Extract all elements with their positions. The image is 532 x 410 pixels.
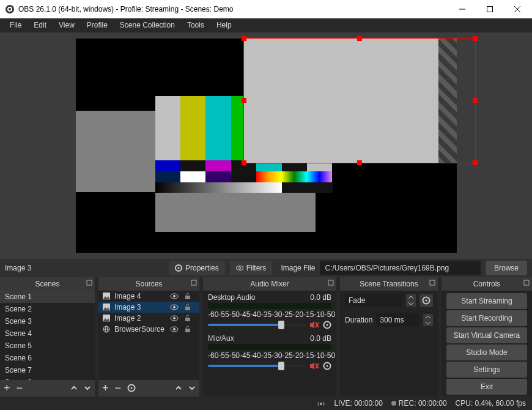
- mixer-channel: Mic/Aux0.0 dB -60-55-50-45-40-35-30-25-2…: [203, 332, 336, 373]
- popout-icon[interactable]: [86, 280, 92, 286]
- start-streaming-button[interactable]: Start Streaming: [446, 293, 527, 309]
- source-row[interactable]: Image 4: [98, 291, 199, 302]
- resize-handle-se[interactable]: [473, 160, 478, 165]
- browse-button[interactable]: Browse: [486, 261, 527, 275]
- channel-settings-button[interactable]: [323, 321, 331, 329]
- duration-input[interactable]: 300 ms: [376, 313, 419, 327]
- scene-item[interactable]: Scene 7: [0, 364, 95, 376]
- lock-toggle[interactable]: [185, 293, 196, 300]
- svg-rect-33: [328, 280, 333, 285]
- resize-handle-n[interactable]: [357, 36, 362, 41]
- lock-toggle[interactable]: [185, 315, 196, 322]
- app-icon: [5, 4, 15, 14]
- cpu-status: CPU: 0.4%, 60.00 fps: [456, 399, 526, 408]
- mute-button[interactable]: [309, 362, 319, 370]
- source-row[interactable]: Image 2: [98, 313, 199, 324]
- close-button[interactable]: [503, 0, 531, 18]
- resize-handle-e[interactable]: [473, 98, 478, 103]
- start-recording-button[interactable]: Start Recording: [446, 310, 527, 326]
- minimize-button[interactable]: [448, 0, 476, 18]
- scene-item[interactable]: Scene 4: [0, 327, 95, 340]
- vu-meter: [208, 344, 331, 350]
- source-settings-button[interactable]: [127, 384, 136, 392]
- menu-edit[interactable]: Edit: [28, 18, 53, 32]
- resize-handle-sw[interactable]: [242, 160, 246, 165]
- filters-button[interactable]: Filters: [230, 261, 273, 275]
- scene-item[interactable]: Scene 5: [0, 340, 95, 352]
- selection-box[interactable]: [243, 38, 476, 163]
- source-down-button[interactable]: [188, 384, 196, 392]
- svg-rect-12: [191, 280, 196, 285]
- add-scene-button[interactable]: +: [4, 382, 10, 395]
- svg-rect-4: [487, 7, 492, 12]
- channel-settings-button[interactable]: [323, 362, 331, 370]
- source-grey-bottom: [155, 193, 316, 232]
- source-up-button[interactable]: [175, 384, 182, 392]
- svg-point-44: [426, 299, 427, 301]
- svg-point-37: [327, 324, 328, 326]
- svg-rect-16: [185, 296, 190, 299]
- transitions-header: Scene Transitions: [340, 277, 438, 291]
- selected-source-label: Image 3: [5, 264, 164, 272]
- properties-button[interactable]: Properties: [169, 261, 225, 275]
- maximize-button[interactable]: [476, 0, 503, 18]
- volume-slider[interactable]: [208, 324, 306, 326]
- source-row[interactable]: BrowserSource: [98, 324, 199, 335]
- preview-canvas[interactable]: [76, 39, 457, 253]
- scene-item[interactable]: Scene 6: [0, 352, 95, 364]
- image-icon: [102, 292, 111, 300]
- svg-rect-20: [185, 307, 190, 310]
- transition-select-arrows[interactable]: [406, 294, 416, 307]
- scenes-list[interactable]: Scene 1 Scene 2 Scene 3 Scene 4 Scene 5 …: [0, 291, 95, 380]
- visibility-toggle[interactable]: [170, 293, 181, 299]
- visibility-toggle[interactable]: [170, 315, 181, 321]
- studio-mode-button[interactable]: Studio Mode: [446, 345, 527, 360]
- mixer-channel: Desktop Audio0.0 dB -60-55-50-45-40-35-3…: [203, 291, 336, 332]
- transition-select[interactable]: Fade: [345, 294, 402, 307]
- remove-source-button[interactable]: −: [115, 382, 122, 395]
- volume-slider[interactable]: [208, 365, 306, 367]
- source-row[interactable]: Image 3: [98, 302, 199, 313]
- resize-handle-s[interactable]: [357, 160, 362, 165]
- mixer-header: Audio Mixer: [203, 277, 336, 291]
- resize-handle-w[interactable]: [242, 98, 246, 103]
- scene-up-button[interactable]: [70, 384, 78, 392]
- popout-icon[interactable]: [191, 280, 197, 286]
- sources-list[interactable]: Image 4 Image 3 Image 2 BrowserSource: [98, 291, 199, 380]
- resize-handle-nw[interactable]: [242, 36, 246, 41]
- scene-down-button[interactable]: [84, 384, 91, 392]
- menu-view[interactable]: View: [53, 18, 81, 32]
- mixer-body: Desktop Audio0.0 dB -60-55-50-45-40-35-3…: [203, 291, 336, 397]
- preview-area[interactable]: [0, 32, 532, 259]
- popout-icon[interactable]: [523, 280, 530, 286]
- menu-help[interactable]: Help: [210, 18, 238, 32]
- lock-toggle[interactable]: [185, 304, 196, 311]
- duration-spinner[interactable]: [423, 314, 433, 326]
- mute-button[interactable]: [309, 321, 319, 329]
- gear-icon: [175, 264, 182, 272]
- svg-point-32: [131, 387, 133, 389]
- scene-item[interactable]: Scene 2: [0, 303, 95, 315]
- rec-status: REC: 00:00:00: [399, 399, 447, 408]
- start-virtual-camera-button[interactable]: Start Virtual Camera: [446, 327, 527, 343]
- menu-scene-collection[interactable]: Scene Collection: [114, 18, 181, 32]
- exit-button[interactable]: Exit: [446, 379, 527, 395]
- scene-item[interactable]: Scene 3: [0, 315, 95, 327]
- window-title: OBS 26.1.0 (64-bit, windows) - Profile: …: [18, 5, 448, 13]
- image-file-input[interactable]: [320, 261, 481, 275]
- scenes-header: Scenes: [0, 277, 95, 291]
- scene-item[interactable]: Scene 1: [0, 291, 95, 303]
- remove-scene-button[interactable]: −: [17, 382, 23, 395]
- settings-button[interactable]: Settings: [446, 362, 527, 378]
- add-source-button[interactable]: +: [102, 382, 109, 395]
- menu-profile[interactable]: Profile: [81, 18, 114, 32]
- popout-icon[interactable]: [328, 280, 334, 286]
- menu-tools[interactable]: Tools: [181, 18, 210, 32]
- visibility-toggle[interactable]: [170, 326, 181, 332]
- resize-handle-ne[interactable]: [473, 36, 478, 41]
- menu-file[interactable]: File: [4, 18, 28, 32]
- popout-icon[interactable]: [429, 280, 435, 286]
- visibility-toggle[interactable]: [170, 304, 181, 310]
- lock-toggle[interactable]: [185, 326, 196, 333]
- transition-settings-button[interactable]: [419, 294, 433, 307]
